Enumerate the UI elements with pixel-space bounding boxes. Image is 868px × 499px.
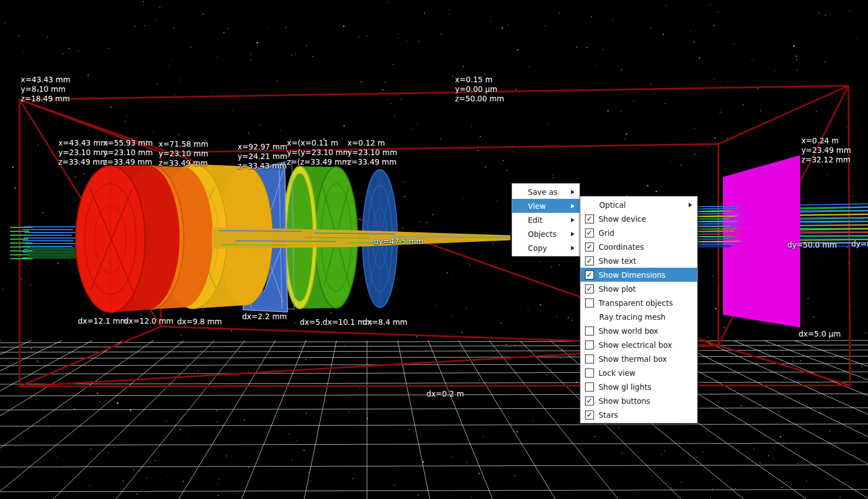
submenu-arrow-icon [571,246,574,250]
view-submenu: Optical ✓ Show device ✓ Grid ✓ Coordinat… [580,196,698,423]
submenu-arrow-icon [571,218,574,222]
checkbox-icon[interactable] [585,383,594,391]
dim-label-dx-world: dx=0.2 m [426,389,464,398]
submenu-item-show-buttons[interactable]: ✓ Show buttons [581,394,697,408]
scene-canvas[interactable] [0,0,868,499]
coord-label-lens-1: x=43.43 mm y=23.10 mm z=33.49 mm [58,138,108,167]
viewport-3d[interactable]: { "scene": { "colors": { "background": "… [0,0,868,499]
dim-label-dy-edge: dy=8 [851,239,868,248]
submenu-item-lock-view[interactable]: Lock view [581,366,697,380]
menu-item-objects[interactable]: Objects [512,227,579,241]
submenu-item-transparent-objects[interactable]: Transparent objects [581,296,697,310]
checkbox-icon[interactable] [585,327,594,335]
dim-label-dx-lens-6: dx=8.4 mm [363,318,407,327]
checkbox-icon[interactable] [585,341,594,349]
coord-label-lens-4: x=92.97 mm y=24.21 mm z=33.43 mm [238,142,287,171]
submenu-arrow-icon [571,204,574,208]
checkbox-icon[interactable]: ✓ [585,271,594,279]
checkbox-icon[interactable]: ✓ [585,285,594,293]
submenu-arrow-icon [689,203,692,207]
menu-item-edit[interactable]: Edit [512,213,579,227]
submenu-item-show-device[interactable]: ✓ Show device [581,212,697,226]
checkbox-icon[interactable]: ✓ [585,228,594,237]
coord-label-lens-3: x=71.58 mm y=23.10 mm z=33.49 mm [159,139,208,168]
submenu-item-show-dimensions[interactable]: ✓ Show Dimensions [581,268,697,282]
submenu-item-show-plot[interactable]: ✓ Show plot [581,282,697,296]
dim-label-dy-axis: dy=47.5 mm [374,237,424,246]
checkbox-icon[interactable]: ✓ [585,214,594,223]
context-menu: Save as View Edit Objects Copy [512,183,580,257]
submenu-item-grid[interactable]: ✓ Grid [581,226,697,240]
checkbox-icon[interactable] [585,299,594,307]
checkbox-icon[interactable]: ✓ [585,257,594,265]
menu-item-view[interactable]: View [512,199,579,213]
dim-label-dx-lens-5: dx=5.dx=10.1 mm [300,318,372,327]
submenu-item-stars[interactable]: ✓ Stars [581,408,697,422]
coord-label-lens-2: x=55.93 mm y=23.10 mm z=33.49 mm [103,138,153,167]
checkbox-icon[interactable]: ✓ [585,411,594,419]
dim-label-dx-screen: dx=5.0 µm [799,329,841,338]
dim-label-dy-screen: dy=50.0 mm [787,240,837,249]
submenu-item-coordinates[interactable]: ✓ Coordinates [581,240,697,254]
coord-label-top-center: x=0.15 m y=0.00 µm z=50.00 mm [455,75,504,104]
coord-label-lens-5: x=(x=0.11 m y=(y=23.10 mm z=(z=33.49 mm [287,138,350,167]
dim-label-dx-aperture: dx=2.2 mm [242,312,287,321]
checkbox-icon[interactable] [585,369,594,377]
checkbox-icon[interactable]: ✓ [585,242,594,251]
submenu-item-show-text[interactable]: ✓ Show text [581,254,697,268]
submenu-item-show-thermal-box[interactable]: Show thermal box [581,352,697,366]
dim-label-dx-lens-1: dx=12.1 mm [78,316,128,325]
menu-item-save-as[interactable]: Save as [512,185,579,199]
submenu-arrow-icon [571,190,574,194]
coord-label-world-corner: x=43.43 mm y=8.10 mm z=18.49 mm [21,75,71,104]
submenu-arrow-icon [571,232,574,236]
checkbox-icon[interactable]: ✓ [585,397,594,405]
dim-label-dx-lens-2: dx=12.0 mm [124,316,174,325]
submenu-item-show-world-box[interactable]: Show world box [581,324,697,338]
coord-label-screen: x=0.24 m y=23.49 mm z=32.12 mm [801,136,851,165]
submenu-item-show-electrical-box[interactable]: Show electrical box [581,338,697,352]
submenu-item-show-gl-lights[interactable]: Show gl lights [581,380,697,394]
submenu-item-optical[interactable]: Optical [581,198,697,212]
lens-red [76,165,179,313]
floor-grid [0,341,868,499]
axis-ray-band [212,227,510,249]
submenu-item-ray-tracing-mesh[interactable]: Ray tracing mesh [581,310,697,324]
dim-label-dx-lens-3: dx=9.8 mm [177,317,222,326]
coord-label-lens-6: x=0.12 m y=23.10 mm z=33.49 mm [347,138,397,167]
checkbox-icon[interactable] [585,355,594,363]
menu-item-copy[interactable]: Copy [512,241,579,255]
